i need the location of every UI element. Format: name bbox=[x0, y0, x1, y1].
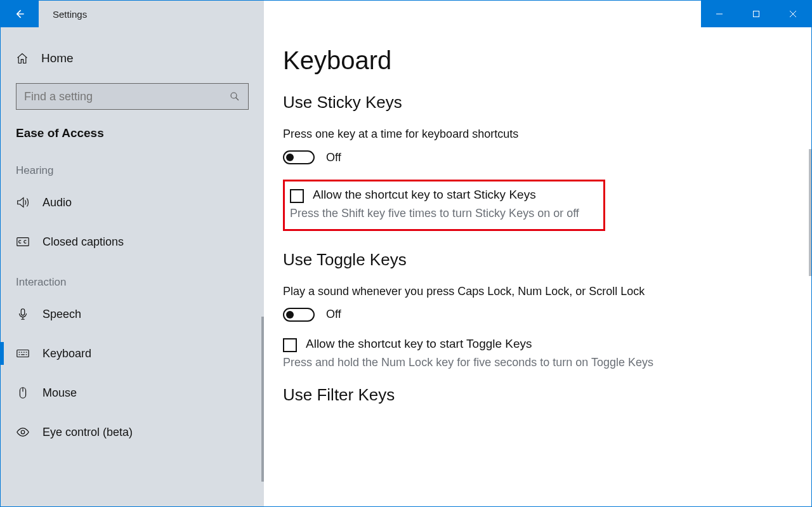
togglekeys-shortcut-block: Allow the shortcut key to start Toggle K… bbox=[283, 337, 773, 370]
sidebar-home[interactable]: Home bbox=[16, 51, 249, 65]
search-icon bbox=[229, 91, 240, 102]
togglekeys-shortcut-label: Allow the shortcut key to start Toggle K… bbox=[306, 337, 532, 351]
microphone-icon bbox=[16, 307, 30, 321]
arrow-left-icon bbox=[13, 8, 26, 20]
sidebar: Home Ease of Access Hearing Audio Closed… bbox=[1, 27, 264, 506]
sticky-shortcut-label: Allow the shortcut key to start Sticky K… bbox=[313, 188, 536, 202]
sticky-desc: Press one key at a time for keyboard sho… bbox=[283, 126, 657, 142]
page-title: Keyboard bbox=[283, 46, 773, 75]
cc-icon bbox=[16, 235, 30, 249]
toggle-knob bbox=[286, 154, 294, 161]
sidebar-item-keyboard[interactable]: Keyboard bbox=[1, 338, 249, 369]
sidebar-item-label: Mouse bbox=[43, 386, 77, 400]
maximize-icon bbox=[752, 10, 760, 18]
toggle-knob bbox=[286, 311, 294, 319]
mouse-icon bbox=[16, 386, 30, 400]
svg-rect-0 bbox=[754, 11, 759, 17]
back-button[interactable] bbox=[1, 1, 39, 27]
group-label-hearing: Hearing bbox=[16, 164, 249, 177]
section-filter-keys: Use Filter Keys bbox=[283, 385, 773, 405]
close-button[interactable] bbox=[775, 1, 811, 27]
sidebar-item-mouse[interactable]: Mouse bbox=[1, 378, 249, 408]
togglekeys-toggle[interactable] bbox=[283, 308, 315, 322]
title-bar: Settings bbox=[1, 1, 811, 27]
sticky-shortcut-row: Allow the shortcut key to start Sticky K… bbox=[290, 188, 594, 203]
sidebar-item-label: Closed captions bbox=[43, 235, 124, 249]
sidebar-item-speech[interactable]: Speech bbox=[1, 299, 249, 329]
sidebar-item-eye-control[interactable]: Eye control (beta) bbox=[1, 417, 249, 447]
minimize-button[interactable] bbox=[701, 1, 738, 27]
togglekeys-toggle-row: Off bbox=[283, 308, 773, 322]
sidebar-item-closed-captions[interactable]: Closed captions bbox=[1, 227, 249, 257]
search-input[interactable] bbox=[24, 90, 229, 103]
sidebar-item-label: Eye control (beta) bbox=[43, 426, 133, 439]
audio-icon bbox=[16, 195, 30, 209]
togglekeys-shortcut-row: Allow the shortcut key to start Toggle K… bbox=[283, 337, 773, 352]
window-title: Settings bbox=[39, 1, 264, 27]
close-icon bbox=[789, 10, 797, 18]
sticky-toggle-row: Off bbox=[283, 150, 773, 164]
title-spacer bbox=[264, 1, 701, 27]
sticky-shortcut-highlight: Allow the shortcut key to start Sticky K… bbox=[283, 180, 605, 230]
sticky-toggle-state: Off bbox=[326, 151, 341, 164]
eye-icon bbox=[16, 425, 30, 439]
togglekeys-shortcut-checkbox[interactable] bbox=[283, 338, 297, 352]
section-sticky-keys: Use Sticky Keys bbox=[283, 93, 773, 112]
togglekeys-desc: Play a sound whenever you press Caps Loc… bbox=[283, 284, 657, 299]
sidebar-item-audio[interactable]: Audio bbox=[1, 187, 249, 218]
sidebar-item-label: Speech bbox=[43, 308, 81, 321]
sidebar-item-label: Audio bbox=[43, 196, 72, 209]
svg-rect-4 bbox=[17, 350, 29, 357]
content-scrollbar[interactable] bbox=[809, 149, 811, 276]
section-toggle-keys: Use Toggle Keys bbox=[283, 250, 773, 270]
sticky-shortcut-checkbox[interactable] bbox=[290, 189, 304, 203]
sticky-shortcut-hint: Press the Shift key five times to turn S… bbox=[290, 206, 594, 221]
maximize-button[interactable] bbox=[738, 1, 775, 27]
sticky-toggle[interactable] bbox=[283, 150, 315, 164]
togglekeys-toggle-state: Off bbox=[326, 308, 341, 321]
search-box[interactable] bbox=[16, 83, 249, 110]
sidebar-item-label: Keyboard bbox=[43, 347, 91, 360]
keyboard-icon bbox=[16, 346, 30, 360]
home-icon bbox=[16, 52, 29, 65]
home-label: Home bbox=[41, 51, 74, 65]
togglekeys-shortcut-hint: Press and hold the Num Lock key for five… bbox=[283, 355, 657, 370]
minimize-icon bbox=[716, 10, 723, 18]
svg-point-6 bbox=[21, 430, 25, 434]
main-content: Keyboard Use Sticky Keys Press one key a… bbox=[264, 27, 811, 506]
group-label-interaction: Interaction bbox=[16, 276, 249, 289]
sidebar-category: Ease of Access bbox=[16, 126, 249, 140]
svg-rect-3 bbox=[21, 309, 25, 315]
